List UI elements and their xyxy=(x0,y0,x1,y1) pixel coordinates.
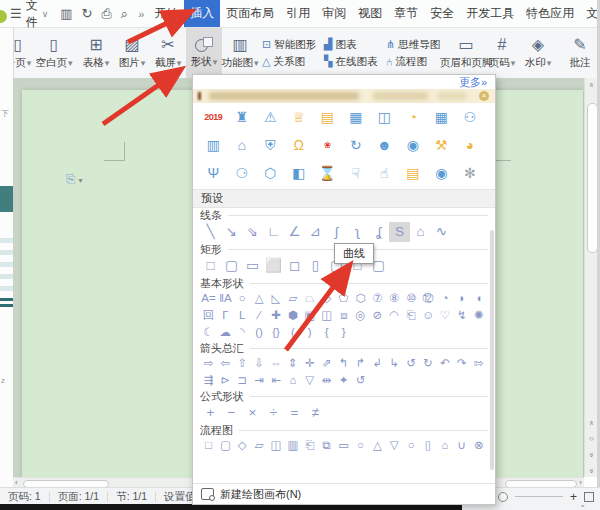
shape-cell[interactable]: ☺ xyxy=(420,307,437,324)
shape-cell[interactable]: L xyxy=(234,307,251,324)
shape-cell[interactable]: ✚ xyxy=(268,307,285,324)
shape-cell[interactable]: ▱ xyxy=(251,437,268,454)
shape-cell[interactable]: ◔ xyxy=(436,290,453,307)
paste-options-button[interactable]: ⎘▾ xyxy=(66,172,83,186)
shape-cell[interactable]: ▭ xyxy=(242,256,263,276)
shape-cell[interactable]: ∠ xyxy=(284,222,305,242)
shape-cell[interactable]: ⇰ xyxy=(470,355,487,372)
recommend-icon[interactable]: ♕ xyxy=(285,105,314,129)
shape-cell[interactable]: ▥ xyxy=(284,437,301,454)
shape-cell[interactable]: ⇘ xyxy=(242,222,263,242)
close-icon[interactable]: × xyxy=(479,91,489,101)
shape-cell[interactable]: ◝ xyxy=(234,324,251,341)
shape-cell[interactable]: ⑩ xyxy=(403,290,420,307)
shape-cell[interactable]: ◻ xyxy=(284,256,305,276)
功能图-button[interactable]: ▥功能图▾ xyxy=(222,28,258,78)
recommend-icon[interactable]: ▥ xyxy=(199,133,228,157)
recommend-icon[interactable]: ☝ xyxy=(370,161,399,185)
shape-cell[interactable]: ☾ xyxy=(200,324,217,341)
tab-开始[interactable]: 开始 xyxy=(148,0,184,27)
recommend-icon[interactable]: ⚒ xyxy=(427,133,456,157)
tab-章节[interactable]: 章节 xyxy=(388,0,424,27)
recommend-icon[interactable]: Ω xyxy=(285,133,314,157)
shape-cell[interactable]: ◫ xyxy=(318,307,335,324)
水印-button[interactable]: ◈水印▾ xyxy=(520,28,556,78)
recommend-icon[interactable]: ♜ xyxy=(228,105,257,129)
shape-cell[interactable]: ↱ xyxy=(352,355,369,372)
shape-cell[interactable]: ‖A xyxy=(217,290,234,307)
批注-button[interactable]: ✎批注 xyxy=(562,28,598,78)
shape-cell[interactable]: ↷ xyxy=(453,355,470,372)
shape-cell[interactable]: ʆ xyxy=(368,222,389,242)
shape-cell[interactable]: ⇧ xyxy=(234,355,251,372)
shape-cell[interactable]: ↲ xyxy=(369,355,386,372)
shape-cell[interactable]: ⑦ xyxy=(369,290,386,307)
recommend-icon[interactable]: ▤ xyxy=(399,161,428,185)
shape-cell[interactable]: ♡ xyxy=(436,307,453,324)
recommend-icon[interactable]: ☻ xyxy=(370,133,399,157)
智能图形-button[interactable]: ⊡智能图形 xyxy=(262,38,320,52)
overflow-icon[interactable]: » xyxy=(138,8,144,20)
shape-cell[interactable]: ( xyxy=(284,324,301,341)
shape-cell[interactable]: ◇ xyxy=(318,290,335,307)
shape-cell[interactable]: ⎗ xyxy=(403,307,420,324)
shape-cell[interactable]: ▢ xyxy=(221,256,242,276)
shape-cell[interactable]: ⇨ xyxy=(200,355,217,372)
图表-button[interactable]: ▟图表 xyxy=(324,38,382,52)
shape-cell[interactable]: ∕ xyxy=(251,307,268,324)
shape-cell[interactable]: ʃ xyxy=(326,222,347,242)
status-item[interactable]: 节: 1/1 xyxy=(108,490,155,504)
recommend-icon[interactable]: ◔ xyxy=(399,105,428,129)
shape-cell[interactable]: △ xyxy=(251,290,268,307)
undo-icon[interactable]: ↻ xyxy=(82,6,93,21)
shape-cell[interactable]: ʅ xyxy=(347,222,368,242)
shape-cell[interactable]: − xyxy=(221,403,242,423)
recommend-icon[interactable]: ⚇ xyxy=(456,105,485,129)
promo-banner[interactable]: × xyxy=(193,89,495,103)
shape-cell[interactable]: ↘ xyxy=(221,222,242,242)
recommend-icon[interactable]: Ψ xyxy=(199,161,228,185)
new-drawing-canvas-button[interactable]: 新建绘图画布(N) xyxy=(193,483,495,504)
shape-cell[interactable]: ◠ xyxy=(386,307,403,324)
shape-cell[interactable]: ○ xyxy=(403,437,420,454)
shape-cell[interactable]: ∟ xyxy=(263,222,284,242)
file-menu[interactable]: ☰ 文件 ∨ xyxy=(0,0,54,31)
recommend-icon[interactable]: ◕ xyxy=(456,133,485,157)
shape-cell[interactable]: ◇ xyxy=(234,437,251,454)
shape-cell[interactable]: ◎ xyxy=(352,307,369,324)
shape-cell[interactable]: ⧉ xyxy=(318,437,335,454)
shape-cell[interactable]: ≠ xyxy=(305,403,326,423)
shape-cell[interactable]: ↶ xyxy=(436,355,453,372)
shape-cell[interactable]: △ xyxy=(369,437,386,454)
shape-cell[interactable]: 回 xyxy=(200,307,217,324)
shape-cell[interactable]: ⇕ xyxy=(284,355,301,372)
shape-cell[interactable]: + xyxy=(200,403,221,423)
shape-cell[interactable]: ∪ xyxy=(453,437,470,454)
more-shapes-link[interactable]: 更多» xyxy=(193,75,495,89)
shape-cell[interactable]: ⊗ xyxy=(470,437,487,454)
shape-cell[interactable]: ⬡ xyxy=(352,290,369,307)
tab-审阅[interactable]: 审阅 xyxy=(316,0,352,27)
vertical-scrollbar[interactable]: « « ○ » » xyxy=(584,78,598,477)
recommend-icon[interactable]: ⛨ xyxy=(256,133,285,157)
shape-cell[interactable]: ▭ xyxy=(335,437,352,454)
tab-安全[interactable]: 安全 xyxy=(424,0,460,27)
shape-cell[interactable]: ⎗ xyxy=(301,437,318,454)
recommend-icon[interactable]: ↻ xyxy=(342,133,371,157)
shape-cell[interactable]: ▱ xyxy=(284,290,301,307)
recommend-icon[interactable]: ▤ xyxy=(313,105,342,129)
recommend-icon[interactable]: ▦ xyxy=(427,105,456,129)
shape-cell[interactable]: ⇤ xyxy=(268,372,285,389)
shape-cell[interactable]: ⇶ xyxy=(200,372,217,389)
print-icon[interactable]: ⎙ xyxy=(101,6,111,22)
shape-cell[interactable]: ▣ xyxy=(301,307,318,324)
shape-cell[interactable]: ↯ xyxy=(453,307,470,324)
shape-cell[interactable]: ↳ xyxy=(386,355,403,372)
shape-cell[interactable]: ⇗ xyxy=(318,355,335,372)
shape-cell[interactable]: ⑧ xyxy=(386,290,403,307)
shape-cell[interactable]: ⊐ xyxy=(234,372,251,389)
shape-cell[interactable]: ⬠ xyxy=(335,290,352,307)
shape-cell[interactable]: ÷ xyxy=(263,403,284,423)
tab-页面布局[interactable]: 页面布局 xyxy=(220,0,280,27)
shape-cell[interactable]: ☁ xyxy=(217,324,234,341)
